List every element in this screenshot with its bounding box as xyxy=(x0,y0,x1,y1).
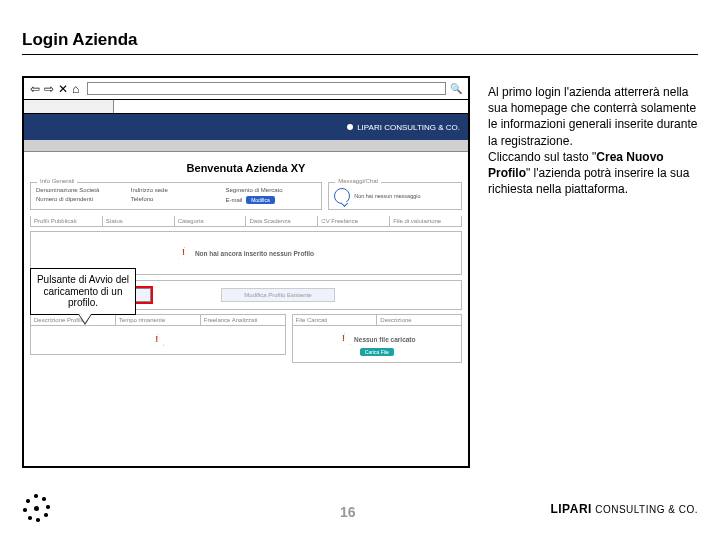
explanation-text: Al primo login l'azienda atterrerà nella… xyxy=(488,84,698,197)
browser-tab[interactable] xyxy=(24,100,114,113)
info-generali-panel: Info Generali Denominazione Società Indi… xyxy=(30,182,322,210)
col-header: Descrizione Profilo xyxy=(31,315,116,325)
page-number: 16 xyxy=(340,504,356,520)
logo-dot-icon xyxy=(347,124,353,130)
back-icon[interactable]: ⇦ xyxy=(30,82,40,96)
site-nav xyxy=(24,140,468,152)
chat-icon xyxy=(334,188,350,204)
home-icon[interactable]: ⌂ xyxy=(72,82,79,96)
field-label: Indirizzo sede xyxy=(131,187,222,193)
field-label: Numero di dipendenti xyxy=(36,196,127,204)
col-header: Profili Pubblicati xyxy=(31,216,103,226)
close-icon[interactable]: ✕ xyxy=(58,82,68,96)
chat-panel: Messaggi/Chat Non hai nessun messaggio xyxy=(328,182,462,210)
tab-row xyxy=(24,100,468,114)
empty-text: Non hai ancora inserito nessun Profilo xyxy=(195,250,314,257)
panel-title: Info Generali xyxy=(37,178,77,184)
empty-text: Nessun file caricato xyxy=(354,336,415,343)
field-label: E-mail Modifica xyxy=(225,196,316,204)
col-header: CV Freelance xyxy=(318,216,390,226)
carica-file-button[interactable]: Carica File xyxy=(360,348,394,356)
forward-icon[interactable]: ⇨ xyxy=(44,82,54,96)
chat-empty-text: Non hai nessun messaggio xyxy=(354,193,420,199)
panel-title: Messaggi/Chat xyxy=(335,178,381,184)
modifica-button[interactable]: Modifica xyxy=(246,196,275,204)
col-header: Status xyxy=(103,216,175,226)
field-label: Segmento di Mercato xyxy=(225,187,316,193)
slide-title: Login Azienda xyxy=(22,30,138,50)
search-icon[interactable]: 🔍 xyxy=(450,83,462,94)
modifica-profilo-button[interactable]: Modifica Profilo Esistente xyxy=(221,288,335,302)
callout-box: Pulsante di Avvio del caricamento di un … xyxy=(30,268,136,315)
col-header: Descrizione xyxy=(377,315,461,325)
brand-text: LIPARI CONSULTING & CO. xyxy=(357,123,460,132)
col-header: Tempo rimanente xyxy=(116,315,201,325)
callout-pointer-icon xyxy=(78,314,92,325)
dotted-logo-icon xyxy=(22,494,50,522)
url-bar[interactable] xyxy=(87,82,446,95)
col-header: Categoria xyxy=(175,216,247,226)
col-header: File di valutazione xyxy=(390,216,461,226)
col-header: Freelance Analizzati xyxy=(201,315,285,325)
field-label: Telefono xyxy=(131,196,222,204)
title-underline xyxy=(22,54,698,55)
browser-toolbar: ⇦ ⇨ ✕ ⌂ 🔍 xyxy=(24,78,468,100)
field-label: Denominazione Società xyxy=(36,187,127,193)
footer-brand: LIPARI CONSULTING & CO. xyxy=(550,502,698,516)
col-header: File Caricati xyxy=(293,315,378,325)
files-empty: ! Nessun file caricato Carica File xyxy=(292,325,462,363)
site-header: LIPARI CONSULTING & CO. xyxy=(24,114,468,140)
col-header: Data Scadenza xyxy=(246,216,318,226)
scadenza-empty: ! xyxy=(30,325,286,355)
welcome-heading: Benvenuta Azienda XY xyxy=(24,152,468,182)
